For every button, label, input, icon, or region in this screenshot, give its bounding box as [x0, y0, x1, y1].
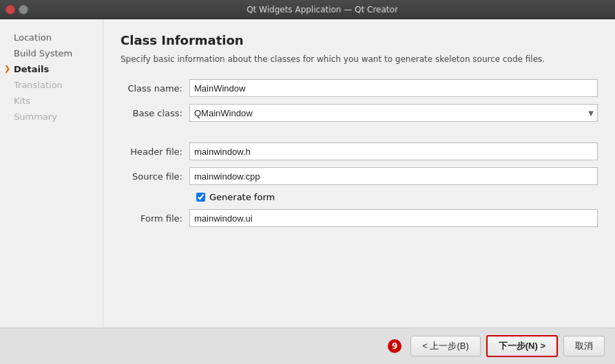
- main-panel: Class Information Specify basic informat…: [103, 19, 615, 328]
- dialog-content: Location Build System Details Translatio…: [0, 19, 615, 328]
- base-class-row: Base class: QMainWindow QWidget QDialog …: [121, 104, 598, 122]
- sidebar: Location Build System Details Translatio…: [0, 19, 103, 328]
- panel-description: Specify basic information about the clas…: [121, 53, 598, 65]
- form-file-input[interactable]: [189, 209, 598, 227]
- source-file-input[interactable]: [189, 167, 598, 185]
- form-file-label: Form file:: [121, 213, 189, 224]
- titlebar-buttons: [6, 5, 28, 14]
- class-name-input[interactable]: [189, 79, 598, 97]
- titlebar: Qt Widgets Application — Qt Creator: [0, 0, 615, 19]
- form-file-row: Form file:: [121, 209, 598, 227]
- close-button[interactable]: [6, 5, 15, 14]
- panel-title: Class Information: [121, 33, 598, 47]
- sidebar-item-summary: Summary: [0, 109, 103, 125]
- back-button[interactable]: < 上一步(B): [410, 336, 481, 356]
- sidebar-item-translation: Translation: [0, 77, 103, 93]
- header-file-input[interactable]: [189, 142, 598, 160]
- sidebar-item-details[interactable]: Details: [0, 61, 103, 77]
- next-button[interactable]: 下一步(N) >: [486, 335, 558, 357]
- generate-form-label: Generate form: [209, 192, 275, 202]
- base-class-select-wrapper: QMainWindow QWidget QDialog ▼: [189, 104, 598, 122]
- cancel-button[interactable]: 取消: [563, 336, 605, 356]
- base-class-select[interactable]: QMainWindow QWidget QDialog: [189, 104, 598, 122]
- main-window: Location Build System Details Translatio…: [0, 19, 615, 364]
- generate-form-checkbox[interactable]: [196, 193, 205, 202]
- header-file-row: Header file:: [121, 142, 598, 160]
- step-badge: 9: [388, 339, 402, 353]
- source-file-row: Source file:: [121, 167, 598, 185]
- dialog-buttons: 9 < 上一步(B) 下一步(N) > 取消: [0, 328, 615, 364]
- titlebar-title: Qt Widgets Application — Qt Creator: [35, 5, 609, 14]
- source-file-label: Source file:: [121, 171, 189, 182]
- dialog: Location Build System Details Translatio…: [0, 19, 615, 364]
- minimize-button[interactable]: [19, 5, 28, 14]
- sidebar-item-kits: Kits: [0, 93, 103, 109]
- class-name-row: Class name:: [121, 79, 598, 97]
- class-name-label: Class name:: [121, 83, 189, 94]
- header-file-label: Header file:: [121, 147, 189, 157]
- generate-form-row: Generate form: [196, 192, 598, 202]
- base-class-label: Base class:: [121, 108, 189, 118]
- sidebar-item-location[interactable]: Location: [0, 30, 103, 45]
- sidebar-item-build-system[interactable]: Build System: [0, 45, 103, 61]
